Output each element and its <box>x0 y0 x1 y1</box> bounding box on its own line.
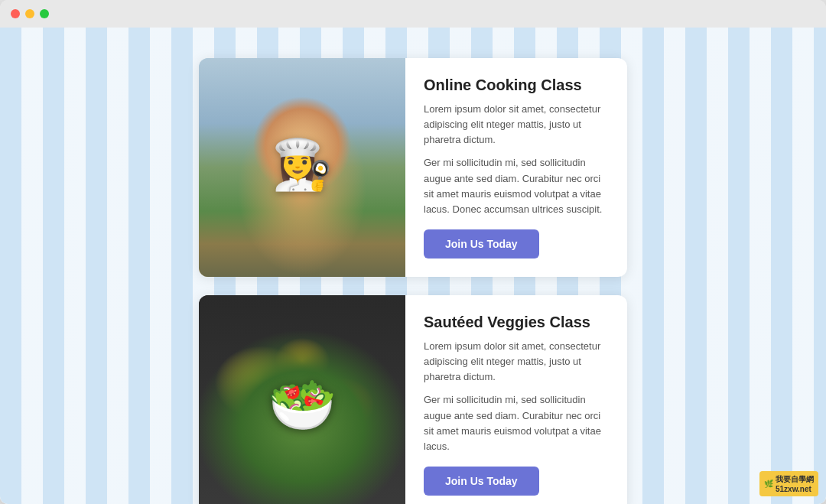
browser-content: Online Cooking Class Lorem ipsum dolor s… <box>0 28 826 504</box>
card-cooking-text2: Ger mi sollicitudin mi, sed sollicitudin… <box>424 155 609 217</box>
card-cooking-title: Online Cooking Class <box>424 76 609 94</box>
card-veggies-title: Sautéed Veggies Class <box>424 314 609 331</box>
browser-titlebar <box>0 0 826 28</box>
card-cooking: Online Cooking Class Lorem ipsum dolor s… <box>199 58 627 277</box>
watermark-text: 我要自學網51zxw.net <box>776 474 814 493</box>
card-veggies-image <box>199 295 405 504</box>
card-veggies-text2: Ger mi sollicitudin mi, sed sollicitudin… <box>424 392 609 454</box>
watermark: 🌿 我要自學網51zxw.net <box>759 471 818 496</box>
card-veggies-body: Sautéed Veggies Class Lorem ipsum dolor … <box>405 295 627 504</box>
card-veggies-join-button[interactable]: Join Us Today <box>424 467 539 496</box>
cards-container: Online Cooking Class Lorem ipsum dolor s… <box>199 58 627 504</box>
card-veggies-text1: Lorem ipsum dolor sit amet, consectetur … <box>424 339 609 385</box>
card-cooking-join-button[interactable]: Join Us Today <box>424 229 539 259</box>
traffic-light-green[interactable] <box>40 9 49 18</box>
card-cooking-image <box>199 58 405 277</box>
traffic-light-yellow[interactable] <box>25 9 34 18</box>
traffic-light-red[interactable] <box>11 9 20 18</box>
card-cooking-text1: Lorem ipsum dolor sit amet, consectetur … <box>424 102 609 148</box>
card-veggies: Sautéed Veggies Class Lorem ipsum dolor … <box>199 295 627 504</box>
watermark-icon: 🌿 <box>764 480 773 488</box>
card-cooking-body: Online Cooking Class Lorem ipsum dolor s… <box>405 58 627 277</box>
browser-window: Online Cooking Class Lorem ipsum dolor s… <box>0 0 826 504</box>
page-background: Online Cooking Class Lorem ipsum dolor s… <box>0 28 826 504</box>
